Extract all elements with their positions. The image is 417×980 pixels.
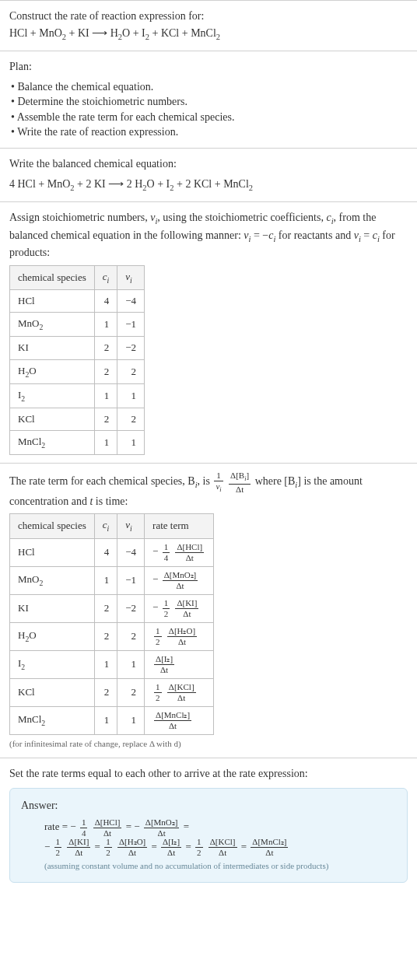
col-species: chemical species (10, 265, 95, 289)
ci-cell: 1 (94, 650, 117, 678)
text: = (95, 841, 103, 852)
ci-cell: 2 (94, 622, 117, 650)
species-cell: H2O (10, 359, 95, 383)
rate-term-cell: Δ[MnCl₂]Δt (145, 706, 214, 734)
stoich-intro: Assign stoichiometric numbers, νi, using… (9, 210, 408, 261)
frac-den: Δt (161, 848, 181, 857)
nui-cell: 2 (117, 622, 145, 650)
frac-num: Δ[MnO₂] (144, 818, 180, 828)
fraction: Δ[MnO₂]Δt (144, 818, 180, 838)
nui-cell: −1 (117, 313, 145, 337)
eq-part: + 2 KCl + MnCl (174, 178, 249, 190)
col-nui: νi (117, 514, 145, 538)
col-rate-term: rate term (145, 514, 214, 538)
species-cell: MnCl2 (10, 431, 95, 455)
text: The rate term for each chemical species,… (9, 476, 195, 488)
nui-cell: −2 (117, 594, 145, 622)
table-row: MnCl211 (10, 431, 145, 455)
nui-cell: −4 (117, 538, 145, 566)
table-row: MnCl211Δ[MnCl₂]Δt (10, 706, 214, 734)
eq-sub: 2 (249, 183, 253, 191)
rate-term-table: chemical species ci νi rate term HCl4−4−… (9, 513, 214, 734)
table-row: KI2−2 (10, 337, 145, 359)
table-row: I211 (10, 383, 145, 408)
frac-den: Δt (229, 485, 251, 494)
stoichiometric-section: Assign stoichiometric numbers, νi, using… (0, 201, 417, 463)
species-cell: I2 (10, 383, 95, 408)
nui-cell: 1 (117, 431, 145, 455)
text: Δ[B (230, 471, 244, 480)
rate-term-cell: − 12 Δ[KI]Δt (145, 594, 214, 622)
balanced-section: Write the balanced chemical equation: 4 … (0, 148, 417, 201)
rate-term-cell: Δ[I₂]Δt (145, 650, 214, 678)
frac-num: 1 (80, 818, 88, 828)
answer-note: (assuming constant volume and no accumul… (44, 860, 396, 872)
text: for reactants and (275, 229, 353, 241)
text: = (361, 229, 373, 241)
nui-cell: 2 (117, 678, 145, 706)
rate-term-cell: − Δ[MnO₂]Δt (145, 566, 214, 594)
plan-item: • Assemble the rate term for each chemic… (11, 110, 408, 125)
ci-cell: 1 (94, 383, 117, 408)
frac-den: Δt (208, 848, 237, 857)
nui-cell: 1 (117, 650, 145, 678)
rate-term-note: (for infinitesimal rate of change, repla… (9, 738, 408, 750)
rate-term-intro: The rate term for each chemical species,… (9, 471, 408, 509)
eq-part: HCl + MnO (9, 27, 62, 39)
text: = − (126, 821, 142, 832)
sub-i: i (130, 524, 132, 533)
frac-num: Δ[I₂] (161, 838, 181, 848)
table-row: HCl4−4 (10, 289, 145, 312)
final-intro: Set the rate terms equal to each other t… (9, 766, 408, 782)
text: , is (198, 476, 213, 488)
frac-num: Δ[HCl] (93, 818, 122, 828)
text: Assign stoichiometric numbers, (9, 212, 150, 223)
table-row: HCl4−4− 14 Δ[HCl]Δt (10, 538, 214, 566)
text: where [B (255, 476, 296, 488)
rate-term-cell: 12 Δ[H₂O]Δt (145, 622, 214, 650)
fraction: Δ[H₂O]Δt (117, 838, 147, 857)
table-row: H2O22 (10, 359, 145, 383)
plan-item: • Determine the stoichiometric numbers. (11, 94, 408, 110)
ci-cell: 1 (94, 431, 117, 455)
text: = (185, 841, 194, 852)
sub-i: i (107, 524, 110, 533)
col-nui: νi (117, 265, 145, 289)
species-cell: I2 (10, 650, 95, 678)
table-row: MnO21−1 (10, 313, 145, 337)
balanced-intro: Write the balanced chemical equation: (9, 156, 408, 172)
table-row: I211Δ[I₂]Δt (10, 650, 214, 678)
text: = − (251, 229, 268, 241)
fraction: 12 (104, 838, 112, 857)
frac-num: Δ[Bi] (229, 471, 251, 484)
text: ] (246, 471, 249, 480)
fraction: Δ[I₂]Δt (161, 838, 181, 857)
answer-title: Answer: (21, 798, 396, 814)
frac-den: Δt (144, 828, 180, 838)
text: − (44, 841, 53, 852)
answer-line-1: rate = − 14 Δ[HCl]Δt = − Δ[MnO₂]Δt = (44, 817, 396, 838)
ci-cell: 1 (94, 566, 117, 594)
nui-cell: −2 (117, 337, 145, 359)
species-cell: MnO2 (10, 313, 95, 337)
prompt-section: Construct the rate of reaction expressio… (0, 0, 417, 51)
species-cell: KCl (10, 678, 95, 706)
sub-i: i (107, 275, 110, 284)
rate-term-cell: 12 Δ[KCl]Δt (145, 678, 214, 706)
eq-part: O + I (122, 27, 145, 39)
frac-den: νi (214, 481, 223, 493)
nui-cell: 1 (117, 383, 145, 408)
fraction: 12 (195, 838, 203, 857)
ci-cell: 4 (94, 538, 117, 566)
frac-den: 2 (104, 848, 112, 857)
frac-den: 2 (54, 848, 62, 857)
species-cell: KCl (10, 408, 95, 431)
species-cell: MnCl2 (10, 706, 95, 734)
final-section: Set the rate terms equal to each other t… (0, 758, 417, 891)
fraction: Δ[KI]Δt (67, 838, 90, 857)
plan-title: Plan: (9, 59, 408, 75)
ci-cell: 2 (94, 359, 117, 383)
table-row: MnO21−1− Δ[MnO₂]Δt (10, 566, 214, 594)
frac-den: 2 (195, 848, 203, 857)
unbalanced-equation: HCl + MnO2 + KI ⟶ H2O + I2 + KCl + MnCl2 (9, 26, 408, 43)
